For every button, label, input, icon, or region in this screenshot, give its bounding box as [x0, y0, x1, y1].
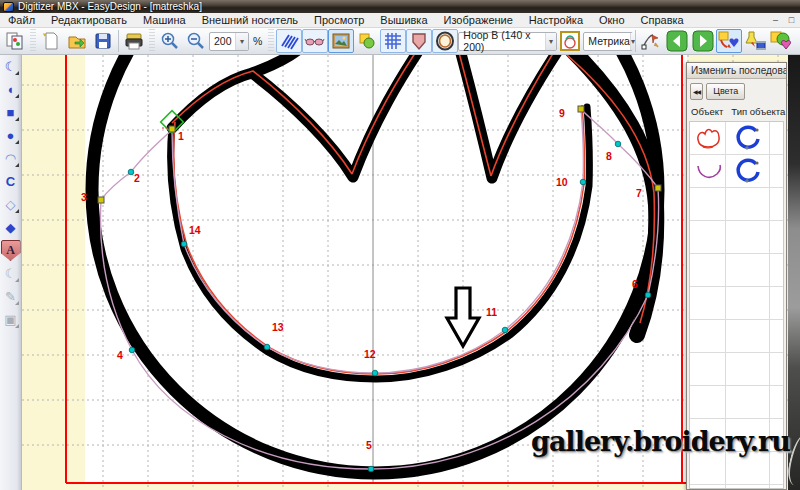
punch-fill-blob-tool[interactable]: ◖: [1, 79, 21, 100]
node-label-4: 4: [117, 349, 123, 361]
new-design-icon[interactable]: [38, 29, 64, 53]
main-toolbar: 200 ▾ % Hoop B (140 x 200) ▾: [0, 28, 800, 55]
node-label-14: 14: [189, 224, 201, 236]
menu-settings[interactable]: Настройка: [521, 13, 591, 28]
next-object-icon[interactable]: [690, 29, 716, 53]
menu-embroidery[interactable]: Вышивка: [372, 13, 435, 28]
empty-object-row[interactable]: [690, 386, 783, 419]
node-dot-10[interactable]: [580, 179, 586, 185]
node-dot-12[interactable]: [372, 370, 378, 376]
node-dot-5[interactable]: [368, 466, 374, 472]
resequence-panel-title: Изменить последовате...: [691, 65, 786, 76]
resequence-back-button[interactable]: ◀◀: [690, 83, 703, 100]
punch-outline-crescent-tool[interactable]: ☾: [1, 56, 21, 77]
reshape-icon[interactable]: [638, 29, 664, 53]
punch-fill-circle-tool[interactable]: ●: [1, 125, 21, 146]
empty-object-row[interactable]: [690, 320, 783, 353]
node-label-13: 13: [272, 321, 284, 333]
zoom-out-icon[interactable]: [183, 29, 209, 53]
closed-curve-icon: [726, 155, 770, 187]
node-dot-11[interactable]: [502, 327, 508, 333]
prev-object-icon[interactable]: [664, 29, 690, 53]
node-label-9: 9: [559, 107, 565, 119]
node-dot-14[interactable]: [181, 241, 187, 247]
hoop-select-value: Hoop B (140 x 200): [463, 29, 544, 53]
chevron-down-icon[interactable]: ▾: [235, 33, 248, 50]
menu-window[interactable]: Окно: [591, 13, 633, 28]
hoop-ring-icon[interactable]: [432, 29, 458, 53]
open-shape-tool[interactable]: ◇: [1, 194, 21, 215]
title-bar[interactable]: Digitizer MBX - EasyDesign - [matreshka]: [0, 0, 800, 13]
node-dot-2[interactable]: [128, 169, 134, 175]
left-tool-palette: ☾ ◖ ■ ● ◠ C ◇ ◆ A ☾ ✎ ▣: [0, 55, 22, 490]
zoom-percent-label: %: [253, 35, 262, 47]
object-row-2[interactable]: [690, 155, 783, 188]
red-outline-shape-thumb: [690, 122, 726, 154]
column-object-type: Тип объекта: [731, 106, 785, 117]
convert-to-embroidery-icon[interactable]: [716, 29, 742, 53]
zoom-level-combo[interactable]: 200 ▾: [209, 32, 249, 51]
edit-extra-icon[interactable]: [794, 29, 800, 53]
object-row-1[interactable]: [690, 122, 783, 155]
application-window: Digitizer MBX - EasyDesign - [matreshka]…: [0, 0, 800, 490]
menu-bar: Файл Редактировать Машина Внешний носите…: [0, 13, 800, 28]
empty-object-row[interactable]: [690, 254, 783, 287]
chevron-down-icon[interactable]: ▾: [630, 33, 635, 50]
panel-column-headers: Объект Тип объекта: [687, 103, 786, 119]
punch-outline-rect-tool[interactable]: ■: [1, 102, 21, 123]
node-dot-6[interactable]: [645, 292, 651, 298]
open-design-icon[interactable]: [64, 29, 90, 53]
node-square-1[interactable]: [169, 126, 175, 132]
empty-object-row[interactable]: [690, 221, 783, 254]
resequence-panel-titlebar[interactable]: Изменить последовате... ✕: [687, 63, 786, 79]
design-canvas[interactable]: 1234567891011121314: [22, 55, 788, 490]
show-backdrop-icon[interactable]: [328, 29, 354, 53]
node-square-9[interactable]: [578, 106, 584, 112]
save-design-icon[interactable]: [90, 29, 116, 53]
menu-file[interactable]: Файл: [0, 13, 43, 28]
menu-help[interactable]: Справка: [633, 13, 692, 28]
desktop-edge-strip: [788, 55, 800, 490]
node-dot-8[interactable]: [615, 141, 621, 147]
trueview-glasses-icon[interactable]: [302, 29, 328, 53]
menu-edit[interactable]: Редактировать: [43, 13, 135, 28]
menu-view[interactable]: Просмотр: [306, 13, 372, 28]
menu-machine[interactable]: Машина: [135, 13, 194, 28]
menu-image[interactable]: Изображение: [436, 13, 521, 28]
open-curve-tool[interactable]: ◠: [1, 148, 21, 169]
thread-colors-icon[interactable]: [742, 29, 768, 53]
closed-curve-tool[interactable]: C: [1, 171, 21, 192]
empty-object-row[interactable]: [690, 188, 783, 221]
mdi-minimize-button[interactable]: –: [769, 15, 782, 25]
empty-object-row[interactable]: [690, 287, 783, 320]
app-icon: [3, 2, 14, 12]
design-thumbnail-icon[interactable]: [557, 29, 583, 53]
node-label-11: 11: [486, 306, 497, 318]
switch-design-icon[interactable]: [2, 29, 28, 53]
zoom-in-icon[interactable]: [157, 29, 183, 53]
node-dot-4[interactable]: [129, 347, 135, 353]
closed-shape-tool[interactable]: ◆: [1, 217, 21, 238]
node-label-6: 6: [632, 278, 638, 290]
grid-toggle-icon[interactable]: [380, 29, 406, 53]
show-shapes-icon[interactable]: [354, 29, 380, 53]
menu-external-media[interactable]: Внешний носитель: [194, 13, 306, 28]
stitch-view-icon[interactable]: [276, 29, 302, 53]
node-label-12: 12: [364, 348, 376, 360]
lettering-tool[interactable]: A: [1, 240, 21, 261]
chevron-down-icon[interactable]: ▾: [545, 33, 557, 50]
overlap-order-icon[interactable]: [768, 29, 794, 53]
units-combo[interactable]: Метрика ▾: [583, 32, 633, 51]
node-square-3[interactable]: [98, 197, 104, 203]
watermark-text: gallery.broidery.ru: [531, 426, 790, 457]
print-icon[interactable]: [121, 29, 147, 53]
mdi-restore-button[interactable]: □: [785, 15, 798, 25]
hoop-select-combo[interactable]: Hoop B (140 x 200) ▾: [458, 32, 557, 51]
colors-button[interactable]: Цвета: [706, 83, 745, 100]
empty-object-row[interactable]: [690, 485, 783, 489]
node-label-7: 7: [636, 187, 642, 199]
node-square-7[interactable]: [655, 185, 661, 191]
empty-object-row[interactable]: [690, 353, 783, 386]
hoop-shield-icon[interactable]: [406, 29, 432, 53]
node-dot-13[interactable]: [264, 344, 270, 350]
